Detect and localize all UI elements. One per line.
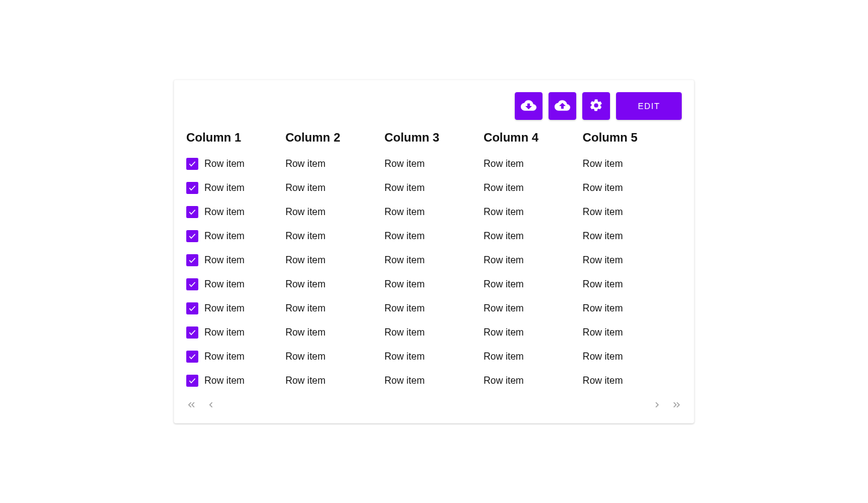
cell-text: Row item [583, 351, 623, 362]
table-cell: Row item [385, 351, 483, 362]
table-cell: Row item [483, 351, 582, 362]
cell-text: Row item [204, 351, 245, 362]
cell-text: Row item [385, 375, 425, 386]
cell-text: Row item [583, 303, 623, 314]
row-checkbox[interactable] [186, 326, 198, 339]
settings-button[interactable] [582, 92, 610, 120]
table-cell: Row item [285, 231, 384, 242]
table-cell: Row item [483, 303, 582, 314]
cell-text: Row item [483, 183, 524, 193]
table-cell: Row item [285, 351, 384, 362]
cell-text: Row item [204, 375, 245, 386]
cell-text: Row item [285, 231, 326, 242]
cell-text: Row item [483, 207, 524, 217]
cell-text: Row item [204, 183, 245, 193]
row-checkbox[interactable] [186, 230, 198, 242]
table-body: Row itemRow itemRow itemRow itemRow item… [186, 152, 682, 393]
table-cell: Row item [385, 303, 483, 314]
chevron-double-left-icon [186, 399, 197, 412]
cell-text: Row item [285, 207, 326, 217]
cloud-upload-icon [555, 98, 570, 115]
cell-text: Row item [385, 255, 425, 266]
cell-text: Row item [583, 255, 623, 266]
table-cell: Row item [285, 375, 384, 386]
toolbar: EDIT [186, 92, 682, 120]
cell-text: Row item [583, 158, 623, 169]
table-cell: Row item [186, 278, 285, 290]
prev-page-button[interactable] [206, 400, 216, 411]
cell-text: Row item [483, 255, 524, 266]
table-cell: Row item [385, 158, 483, 169]
table-header-row: Column 1 Column 2 Column 3 Column 4 Colu… [186, 131, 682, 145]
cell-text: Row item [583, 327, 623, 338]
cell-text: Row item [385, 183, 425, 193]
table-cell: Row item [385, 255, 483, 266]
cell-text: Row item [385, 351, 425, 362]
cell-text: Row item [483, 231, 524, 242]
table-cell: Row item [483, 183, 582, 193]
column-header-3: Column 3 [385, 131, 483, 145]
table-cell: Row item [186, 230, 285, 242]
download-button[interactable] [515, 92, 542, 120]
cell-text: Row item [285, 183, 326, 193]
chevron-left-icon [206, 399, 216, 412]
table-row: Row itemRow itemRow itemRow itemRow item [186, 200, 682, 224]
pagination [186, 400, 682, 411]
table-row: Row itemRow itemRow itemRow itemRow item [186, 320, 682, 345]
table-cell: Row item [186, 351, 285, 363]
table-cell: Row item [483, 158, 582, 169]
chevron-double-right-icon [671, 399, 682, 412]
first-page-button[interactable] [186, 400, 197, 411]
column-header-2: Column 2 [285, 131, 384, 145]
data-table-card: EDIT Column 1 Column 2 Column 3 Column 4… [174, 80, 694, 423]
cell-text: Row item [385, 158, 425, 169]
cell-text: Row item [204, 303, 245, 314]
table-cell: Row item [483, 231, 582, 242]
cell-text: Row item [204, 279, 245, 290]
upload-button[interactable] [549, 92, 576, 120]
cell-text: Row item [285, 279, 326, 290]
cell-text: Row item [483, 327, 524, 338]
row-checkbox[interactable] [186, 278, 198, 290]
cell-text: Row item [483, 303, 524, 314]
gear-icon [589, 98, 603, 114]
table-row: Row itemRow itemRow itemRow itemRow item [186, 152, 682, 176]
table-row: Row itemRow itemRow itemRow itemRow item [186, 369, 682, 393]
table-cell: Row item [583, 327, 682, 338]
edit-button[interactable]: EDIT [616, 92, 682, 120]
cell-text: Row item [285, 351, 326, 362]
table-cell: Row item [483, 279, 582, 290]
cell-text: Row item [204, 158, 245, 169]
column-header-4: Column 4 [483, 131, 582, 145]
table-cell: Row item [583, 303, 682, 314]
row-checkbox[interactable] [186, 182, 198, 194]
table-row: Row itemRow itemRow itemRow itemRow item [186, 345, 682, 369]
row-checkbox[interactable] [186, 351, 198, 363]
row-checkbox[interactable] [186, 254, 198, 266]
row-checkbox[interactable] [186, 375, 198, 387]
row-checkbox[interactable] [186, 158, 198, 170]
next-page-button[interactable] [652, 400, 662, 411]
row-checkbox[interactable] [186, 302, 198, 314]
table-cell: Row item [186, 206, 285, 218]
table-cell: Row item [583, 351, 682, 362]
chevron-right-icon [652, 399, 662, 412]
table-row: Row itemRow itemRow itemRow itemRow item [186, 248, 682, 272]
table-cell: Row item [583, 158, 682, 169]
column-header-1: Column 1 [186, 131, 285, 145]
cell-text: Row item [204, 207, 245, 217]
table-cell: Row item [583, 207, 682, 217]
table-cell: Row item [385, 279, 483, 290]
table-row: Row itemRow itemRow itemRow itemRow item [186, 176, 682, 200]
table-cell: Row item [583, 375, 682, 386]
table-cell: Row item [285, 327, 384, 338]
table-cell: Row item [385, 375, 483, 386]
cell-text: Row item [285, 375, 326, 386]
table-cell: Row item [385, 207, 483, 217]
cell-text: Row item [583, 375, 623, 386]
row-checkbox[interactable] [186, 206, 198, 218]
cell-text: Row item [483, 375, 524, 386]
last-page-button[interactable] [671, 400, 682, 411]
table-cell: Row item [483, 255, 582, 266]
table-cell: Row item [285, 279, 384, 290]
